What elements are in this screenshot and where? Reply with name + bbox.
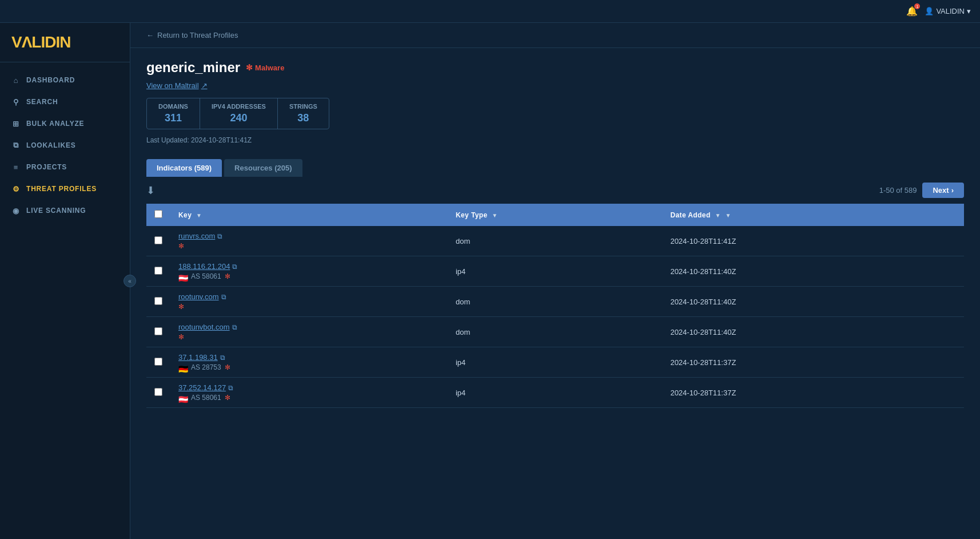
sidebar-item-threat-profiles[interactable]: ⚙ Threat Profiles	[0, 178, 130, 200]
key-type-5: ip4	[456, 389, 465, 397]
copy-icon-4[interactable]: ⧉	[220, 354, 225, 362]
date-added-filter-icon[interactable]: ▼	[715, 212, 720, 219]
key-link-3[interactable]: rootunvbot.com	[178, 323, 230, 331]
copy-icon-1[interactable]: ⧉	[232, 263, 237, 271]
logo: VΛLIDIN	[11, 33, 118, 51]
external-link-icon: ↗	[201, 81, 208, 90]
flag-icon-4: 🇩🇪	[178, 364, 188, 371]
tab-resources[interactable]: Resources (205)	[224, 159, 302, 177]
stats-row: Domains 311 IPv4 Addresses 240 Strings 3…	[146, 98, 329, 129]
sidebar-item-lookalikes[interactable]: ⧉ Lookalikes	[0, 134, 130, 156]
page-title: generic_miner	[146, 60, 240, 76]
logo-rest: ΛLIDIN	[22, 33, 71, 51]
stat-strings: Strings 38	[278, 98, 329, 129]
sidebar-item-live-scanning[interactable]: ◉ Live Scanning	[0, 200, 130, 221]
dropdown-arrow-icon: ▾	[967, 7, 971, 15]
copy-icon-0[interactable]: ⧉	[217, 232, 222, 240]
nav-items: ⌂ Dashboard ⚲ Search ⊞ Bulk Analyze ⧉ Lo…	[0, 62, 130, 539]
notification-icon[interactable]: 🔔 1	[906, 6, 918, 17]
page-title-row: generic_miner ✻ Malware	[146, 60, 964, 76]
live-scanning-icon: ◉	[11, 206, 21, 215]
tab-indicators[interactable]: Indicators (589)	[146, 159, 222, 177]
key-type-1: ip4	[456, 267, 465, 276]
search-icon: ⚲	[11, 97, 21, 106]
malware-badge: ✻ Malware	[246, 63, 284, 72]
row-checkbox-0[interactable]	[154, 236, 162, 244]
th-key: Key ▼	[170, 204, 448, 226]
logo-v: V	[11, 33, 22, 51]
sidebar-item-label-dashboard: Dashboard	[26, 76, 75, 84]
sidebar-item-bulk-analyze[interactable]: ⊞ Bulk Analyze	[0, 113, 130, 134]
main-layout: VΛLIDIN ⌂ Dashboard ⚲ Search ⊞ Bulk Anal…	[0, 23, 980, 539]
key-link-2[interactable]: rootunv.com	[178, 292, 219, 301]
malware-label: Malware	[255, 64, 284, 72]
table-area: ⬇ 1-50 of 589 Next › Ke	[130, 177, 980, 408]
download-icon[interactable]: ⬇	[146, 184, 155, 197]
date-added-0: 2024-10-28T11:41Z	[670, 237, 736, 245]
date-added-4: 2024-10-28T11:37Z	[670, 358, 736, 367]
row-checkbox-3[interactable]	[154, 327, 162, 335]
next-label: Next	[933, 186, 949, 195]
stat-ipv4: IPv4 Addresses 240	[200, 98, 278, 129]
pagination-info: 1-50 of 589 Next ›	[879, 183, 964, 198]
row-checkbox-1[interactable]	[154, 267, 162, 275]
select-all-checkbox[interactable]	[154, 210, 162, 218]
flag-icon-5: 🇦🇹	[178, 395, 188, 401]
key-type-filter-icon[interactable]: ▼	[492, 212, 497, 219]
last-updated-value: 2024-10-28T11:41Z	[191, 136, 252, 144]
key-link-0[interactable]: runvrs.com	[178, 232, 215, 240]
maltrail-link[interactable]: View on Maltrail ↗	[146, 81, 964, 90]
sidebar-item-dashboard[interactable]: ⌂ Dashboard	[0, 69, 130, 91]
copy-icon-5[interactable]: ⧉	[228, 384, 233, 392]
th-key-type-label: Key Type	[456, 211, 488, 219]
stat-strings-value: 38	[289, 112, 317, 124]
next-arrow-icon: ›	[951, 186, 954, 195]
threat-profiles-icon: ⚙	[11, 184, 21, 193]
sidebar-item-label-live-scanning: Live Scanning	[26, 207, 86, 215]
row-star-icon-3: ✻	[178, 333, 184, 341]
sidebar-item-search[interactable]: ⚲ Search	[0, 91, 130, 113]
sidebar-collapse-button[interactable]: «	[124, 275, 136, 287]
sidebar-item-label-search: Search	[26, 98, 58, 106]
stat-domains-label: Domains	[158, 103, 188, 110]
flag-icon-1: 🇦🇹	[178, 274, 188, 280]
maltrail-link-label: View on Maltrail	[146, 81, 199, 90]
main-content: ← Return to Threat Profiles generic_mine…	[130, 23, 980, 539]
last-updated: Last Updated: 2024-10-28T11:41Z	[146, 136, 964, 144]
sidebar-item-projects[interactable]: ≡ Projects	[0, 156, 130, 178]
date-added-sort-icon[interactable]: ▼	[725, 212, 731, 219]
copy-icon-2[interactable]: ⧉	[221, 293, 226, 301]
topbar-right: 🔔 1 👤 VALIDIN ▾	[906, 6, 971, 17]
topbar: 🔔 1 👤 VALIDIN ▾	[0, 0, 980, 23]
row-star-icon-0: ✻	[178, 242, 184, 250]
row-star-icon-5: ✻	[225, 394, 230, 402]
key-filter-icon[interactable]: ▼	[196, 212, 202, 219]
as-text-5: AS 58061	[191, 394, 221, 402]
row-checkbox-4[interactable]	[154, 358, 162, 366]
key-link-4[interactable]: 37.1.198.31	[178, 353, 218, 362]
row-checkbox-5[interactable]	[154, 388, 162, 396]
sidebar-item-label-projects: Projects	[26, 163, 67, 171]
user-menu[interactable]: 👤 VALIDIN ▾	[925, 7, 971, 15]
key-link-1[interactable]: 188.116.21.204	[178, 262, 230, 271]
key-type-3: dom	[456, 328, 470, 336]
copy-icon-3[interactable]: ⧉	[232, 323, 237, 331]
stat-domains: Domains 311	[147, 98, 200, 129]
as-text-4: AS 28753	[191, 363, 221, 371]
table-row: rootunv.com⧉✻dom2024-10-28T11:40Z	[146, 287, 964, 317]
key-link-5[interactable]: 37.252.14.127	[178, 383, 226, 392]
notification-badge: 1	[914, 3, 920, 9]
sidebar-item-label-lookalikes: Lookalikes	[26, 141, 76, 149]
key-type-0: dom	[456, 237, 470, 245]
table-toolbar: ⬇ 1-50 of 589 Next ›	[146, 177, 964, 204]
as-text-1: AS 58061	[191, 272, 221, 280]
user-name: VALIDIN	[936, 7, 965, 15]
key-type-2: dom	[456, 298, 470, 306]
th-key-type: Key Type ▼	[448, 204, 662, 226]
breadcrumb-link[interactable]: ← Return to Threat Profiles	[146, 31, 964, 39]
row-checkbox-2[interactable]	[154, 297, 162, 305]
indicators-table: Key ▼ Key Type ▼ Date Added ▼ ▼	[146, 204, 964, 408]
next-button[interactable]: Next ›	[922, 183, 964, 198]
key-type-4: ip4	[456, 358, 465, 367]
sidebar: VΛLIDIN ⌂ Dashboard ⚲ Search ⊞ Bulk Anal…	[0, 23, 130, 539]
